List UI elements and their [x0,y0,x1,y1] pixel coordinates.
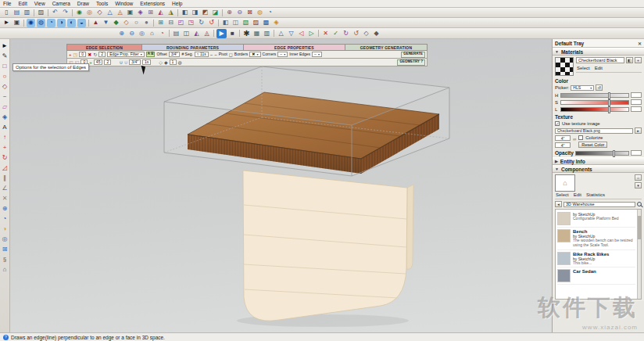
toolbar-icon[interactable]: ◒ [77,19,86,27]
plugin-control[interactable]: ↻ [93,52,97,57]
opacity-knob[interactable] [613,150,615,157]
toolbar-icon[interactable]: ◎ [85,9,94,17]
toolbar-icon[interactable]: ↺ [207,19,216,27]
toolbar-icon[interactable]: △ [277,29,285,38]
toolbar-icon[interactable]: ⊞ [146,9,155,17]
picker-select[interactable]: HLS [571,85,594,91]
toolbar-icon[interactable]: ⊕ [117,29,126,38]
plugin-control[interactable]: Pivot [219,52,227,56]
plugin-control[interactable]: GENERATE [401,52,425,58]
color-slider[interactable] [560,93,629,98]
toolbar-icon[interactable]: ◉ [75,9,84,17]
in-model-button[interactable]: ⌂ [635,174,642,181]
plugin-control[interactable]: ✖ [88,52,91,57]
component-list-item[interactable]: Car Sedan [557,267,635,285]
nav-back-button[interactable]: ◂ [555,201,562,207]
toolbar-icon[interactable] [88,20,89,27]
tool-icon[interactable]: § [1,255,9,264]
scrollbar-thumb[interactable] [638,216,641,239]
tool-icon[interactable]: ◎ [1,235,9,243]
toolbar-icon[interactable]: ▥ [23,9,31,17]
component-list-item[interactable]: by SketchUp Configurable Platform Bed [557,210,635,228]
tool-icon[interactable]: ↻ [1,153,9,162]
toolbar-icon[interactable]: ◔ [158,29,166,38]
create-material-button[interactable]: + [635,57,642,63]
toolbar-icon[interactable]: ◍ [256,9,264,17]
toolbar-icon[interactable]: ◈ [136,9,145,17]
toolbar-icon[interactable]: ⊞ [156,19,165,27]
menu-item[interactable]: Extensions [140,1,165,6]
menu-item[interactable]: Window [115,1,133,6]
tool-icon[interactable]: ◑ [1,224,9,233]
tool-icon[interactable]: ↑ [1,133,9,142]
toolbar-icon[interactable] [218,20,219,27]
plugin-control[interactable]: ~ [214,52,217,57]
components-tab[interactable]: Select [556,192,569,197]
toolbar-icon[interactable]: ► [2,19,11,27]
toolbar-icon[interactable]: ◁ [297,29,306,38]
plugin-control[interactable]: 3/4" [129,59,141,65]
tool-icon[interactable]: □ [1,62,9,70]
toolbar-icon[interactable]: ◨ [191,9,199,17]
use-texture-checkbox[interactable]: ✓ [555,121,560,126]
menu-item[interactable]: Help [172,1,182,6]
slider-knob[interactable] [608,99,610,106]
plugin-control[interactable]: ◇ [159,60,163,65]
texture-width-field[interactable]: 4" [555,135,571,141]
toolbar-icon[interactable]: ▽ [287,29,295,38]
toolbar-icon[interactable]: ◫ [231,19,240,27]
toolbar-icon[interactable]: ▷ [307,29,316,38]
plugin-control[interactable]: ◍ [178,60,182,65]
toolbar-icon[interactable]: ◧ [181,9,189,17]
toolbar-icon[interactable]: ▲ [91,19,100,27]
tool-icon[interactable]: ◔ [1,214,9,223]
plugin-control[interactable]: – [312,52,322,57]
plugin-control[interactable]: ~ [210,52,213,57]
toolbar-icon[interactable]: ▤ [13,9,21,17]
color-slider[interactable] [560,100,629,105]
opacity-slider[interactable] [575,151,629,156]
toolbar-icon[interactable]: ▧ [242,19,250,27]
toolbar-icon[interactable]: ⊖ [235,9,244,17]
toolbar-icon[interactable]: ⌂ [148,29,156,38]
toolbar-icon[interactable]: ◈ [272,19,281,27]
toolbar-icon[interactable]: ◉ [27,19,35,27]
toolbar-icon[interactable]: ▣ [13,19,21,27]
details-arrow-button[interactable]: ▾ [635,182,642,188]
tool-icon[interactable]: ~ [1,92,9,101]
materials-tab[interactable]: Edit [595,66,603,70]
tool-icon[interactable]: A [1,123,9,131]
slider-value-field[interactable] [631,92,642,98]
tool-icon[interactable]: ∠ [1,184,9,192]
plugin-control[interactable]: ✖ [249,52,260,57]
toolbar-icon[interactable]: ▥ [263,29,271,38]
tool-icon[interactable]: ◇ [1,82,9,91]
tray-close-button[interactable]: ✕ [638,41,642,46]
aspect-lock-icon[interactable]: ∞ [573,137,576,142]
material-name-dropdown[interactable]: Checkerboard Black [576,57,624,63]
toolbar-icon[interactable]: ◆ [112,19,120,27]
toolbar-icon[interactable]: ↺ [352,29,360,38]
material-preview[interactable] [555,57,574,76]
plugin-control[interactable]: 3/4" [169,52,181,57]
toolbar-icon[interactable] [153,20,154,27]
plugin-control[interactable]: – [277,52,288,57]
plugin-control[interactable]: 45 [94,59,103,65]
toolbar-icon[interactable]: ◑ [57,19,66,27]
components-section-header[interactable]: ▼ Components [553,165,644,173]
color-undo-button[interactable]: ↺ [596,84,603,91]
toolbar-icon[interactable] [213,30,214,37]
toolbar-icon[interactable] [48,9,48,16]
toolbar-icon[interactable]: ◍ [37,19,45,27]
toolbar-icon[interactable] [239,30,240,37]
tool-icon[interactable]: ▱ [1,102,9,111]
plugin-control[interactable]: GEOMETRY ? [397,59,425,66]
toolbar-icon[interactable] [274,30,274,37]
tool-icon[interactable]: ► [1,41,9,50]
toolbar-icon[interactable]: ✱ [242,29,251,38]
toolbar-icon[interactable]: ▨ [37,9,45,17]
reset-color-button[interactable]: Reset Color [578,142,607,148]
toolbar-icon[interactable]: ▨ [252,19,260,27]
component-list-item[interactable]: Bench by SketchUp The wooden bench can b… [557,228,635,250]
component-search-select[interactable]: 3D Warehouse [564,202,635,207]
